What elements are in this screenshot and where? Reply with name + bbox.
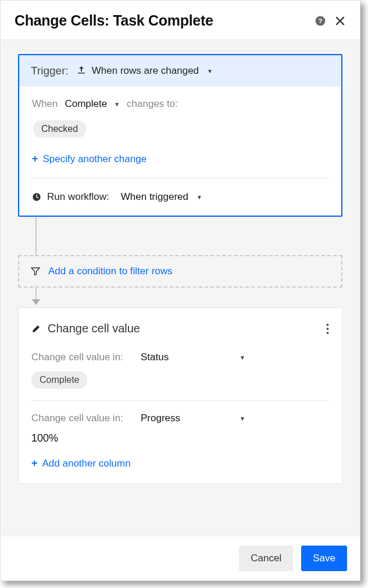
- modal-header: Change Cells: Task Complete ?: [1, 1, 360, 40]
- modal-footer: Cancel Save: [1, 536, 360, 580]
- status-value-chip[interactable]: Complete: [31, 371, 87, 389]
- column-name: Progress: [141, 413, 180, 424]
- specify-another-change-link[interactable]: + Specify another change: [32, 153, 328, 165]
- save-button[interactable]: Save: [301, 546, 347, 571]
- run-workflow-row: Run workflow: When triggered ▼: [32, 191, 328, 203]
- divider: [31, 400, 329, 401]
- rows-changed-icon: [77, 65, 86, 77]
- run-workflow-select[interactable]: When triggered ▼: [121, 191, 202, 203]
- connector: [18, 217, 342, 255]
- modal-body: Trigger: When rows are changed ▼ When Co…: [1, 40, 360, 536]
- changes-to-label: changes to:: [127, 98, 178, 110]
- arrow-down-icon: [32, 299, 40, 305]
- when-column-select[interactable]: Complete ▼: [65, 98, 120, 110]
- more-options-icon[interactable]: [326, 323, 329, 335]
- svg-point-4: [327, 328, 329, 330]
- svg-point-3: [327, 324, 329, 326]
- close-icon[interactable]: [334, 15, 346, 27]
- svg-point-5: [327, 332, 329, 334]
- action-title: Change cell value: [48, 322, 319, 335]
- trigger-card: Trigger: When rows are changed ▼ When Co…: [18, 54, 342, 217]
- caret-down-icon: ▼: [240, 415, 245, 422]
- caret-down-icon: ▼: [207, 68, 213, 74]
- when-column-text: Complete: [65, 98, 107, 110]
- workflow-modal: Change Cells: Task Complete ? Trigger: W…: [0, 0, 360, 581]
- pencil-icon: [31, 324, 41, 334]
- add-another-column-link[interactable]: + Add another column: [31, 457, 329, 469]
- caret-down-icon: ▼: [196, 194, 202, 200]
- cancel-button[interactable]: Cancel: [239, 546, 293, 571]
- column-name: Status: [141, 352, 169, 363]
- column-select-status[interactable]: Status ▼: [141, 352, 245, 363]
- help-icon[interactable]: ?: [315, 15, 326, 27]
- field-label: Change cell value in:: [31, 413, 130, 424]
- filter-icon: [31, 267, 40, 276]
- add-condition-link[interactable]: Add a condition to filter rows: [48, 266, 173, 277]
- progress-value-input[interactable]: 100%: [31, 432, 329, 444]
- when-label: When: [32, 98, 58, 110]
- caret-down-icon: ▼: [240, 354, 245, 361]
- plus-icon: +: [31, 457, 38, 469]
- run-workflow-label: Run workflow:: [47, 191, 109, 203]
- when-row: When Complete ▼ changes to:: [32, 98, 328, 110]
- trigger-type-select[interactable]: When rows are changed ▼: [77, 65, 213, 77]
- run-option-text: When triggered: [121, 191, 188, 203]
- column-select-progress[interactable]: Progress ▼: [141, 413, 245, 424]
- condition-card[interactable]: Add a condition to filter rows: [18, 255, 342, 288]
- specify-another-text: Specify another change: [43, 153, 147, 165]
- plus-icon: +: [32, 153, 38, 165]
- svg-text:?: ?: [318, 17, 322, 24]
- trigger-body: When Complete ▼ changes to: Checked + Sp…: [19, 87, 341, 216]
- header-actions: ?: [315, 15, 346, 27]
- trigger-label: Trigger:: [31, 64, 69, 77]
- field-label: Change cell value in:: [31, 352, 130, 363]
- connector-line: [35, 217, 37, 255]
- action-card: Change cell value Change cell value in: …: [18, 307, 342, 484]
- add-another-text: Add another column: [42, 458, 131, 469]
- divider: [32, 178, 328, 178]
- action-header: Change cell value: [31, 322, 329, 335]
- connector-arrow: [18, 288, 342, 307]
- caret-down-icon: ▼: [114, 101, 120, 107]
- modal-title: Change Cells: Task Complete: [15, 12, 315, 29]
- field-row-progress: Change cell value in: Progress ▼: [31, 413, 329, 424]
- clock-icon: [32, 192, 41, 202]
- trigger-header: Trigger: When rows are changed ▼: [19, 55, 341, 87]
- trigger-value-chip[interactable]: Checked: [33, 120, 86, 138]
- trigger-type-text: When rows are changed: [92, 65, 199, 77]
- field-row-status: Change cell value in: Status ▼: [31, 352, 329, 363]
